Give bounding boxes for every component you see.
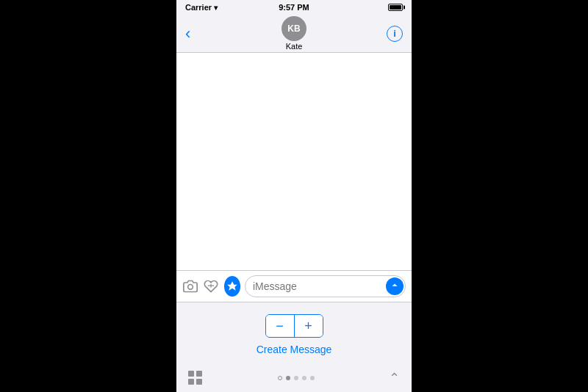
create-message-section: − + Create Message — [176, 302, 412, 364]
create-message-label: Create Message — [257, 344, 332, 355]
bottom-nav-left — [188, 371, 203, 385]
back-button[interactable]: ‹ — [185, 26, 190, 42]
message-input[interactable] — [253, 280, 381, 292]
contact-name: Kate — [286, 42, 303, 51]
nav-header: ‹ KB Kate i — [176, 15, 412, 53]
send-icon — [390, 282, 399, 291]
info-button[interactable]: i — [387, 26, 403, 42]
stepper-increment-button[interactable]: + — [295, 315, 323, 337]
nav-center: KB Kate — [282, 16, 306, 51]
grid-dot — [188, 371, 194, 377]
status-left: Carrier ▾ — [185, 3, 218, 12]
digital-touch-button[interactable] — [203, 276, 219, 297]
grid-dot — [196, 371, 202, 377]
carrier-label: Carrier — [185, 3, 212, 12]
bottom-nav: ⌃ — [176, 364, 412, 392]
page-dot-2 — [286, 376, 290, 380]
appstore-button[interactable] — [224, 276, 240, 297]
grid-dot — [196, 379, 202, 385]
collapse-button[interactable]: ⌃ — [389, 370, 400, 386]
page-dot-4 — [302, 376, 306, 380]
stepper: − + — [265, 314, 323, 338]
wifi-icon: ▾ — [214, 4, 218, 12]
contact-initials: KB — [287, 23, 300, 34]
page-dot-3 — [294, 376, 298, 380]
phone-frame: Carrier ▾ 9:57 PM ‹ KB Kate i — [176, 0, 412, 392]
info-icon: i — [393, 28, 396, 39]
plus-icon: + — [304, 319, 312, 334]
battery-fill — [390, 5, 401, 10]
page-dot-5 — [310, 376, 315, 380]
send-button[interactable] — [386, 277, 404, 295]
grid-dot — [188, 379, 194, 385]
camera-button[interactable] — [182, 276, 198, 297]
status-bar: Carrier ▾ 9:57 PM — [176, 0, 412, 15]
battery-icon — [388, 4, 403, 11]
back-chevron-icon: ‹ — [185, 26, 190, 42]
message-area — [176, 53, 412, 270]
page-indicators — [203, 376, 389, 380]
stepper-decrement-button[interactable]: − — [266, 315, 294, 337]
input-toolbar — [176, 270, 412, 302]
contact-avatar: KB — [282, 16, 306, 41]
minus-icon: − — [276, 319, 284, 334]
appstore-icon — [226, 280, 238, 292]
bottom-panel: − + Create Message — [176, 302, 412, 392]
status-right — [388, 4, 403, 11]
grid-icon[interactable] — [188, 371, 203, 385]
svg-point-0 — [188, 285, 193, 290]
chevron-up-icon: ⌃ — [389, 371, 400, 385]
page-dot-1 — [278, 376, 282, 380]
status-time: 9:57 PM — [279, 3, 309, 12]
message-input-wrap — [245, 275, 406, 297]
bottom-nav-right: ⌃ — [389, 370, 400, 386]
create-message-button[interactable]: Create Message — [257, 344, 332, 355]
